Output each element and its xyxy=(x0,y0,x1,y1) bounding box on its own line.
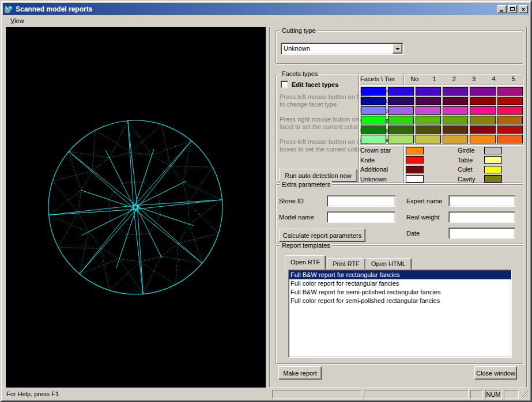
facet-color-cell[interactable] xyxy=(361,97,386,105)
facet-color-cell[interactable] xyxy=(443,106,468,115)
facet-color-cell[interactable] xyxy=(416,97,441,105)
report-tab-open-rtf[interactable]: Open RTF xyxy=(285,255,326,270)
facet-single-row: Additional xyxy=(360,165,424,175)
facet-color-swatch[interactable] xyxy=(406,156,424,164)
date-label: Date xyxy=(406,230,420,237)
tier-column-header: 5 xyxy=(504,75,523,82)
facet-color-cell[interactable] xyxy=(416,135,441,143)
model-canvas xyxy=(6,27,266,389)
facet-color-cell[interactable] xyxy=(443,97,468,105)
facet-color-cell[interactable] xyxy=(388,97,413,105)
report-template-item[interactable]: Full color report for rectangular fancie… xyxy=(289,279,511,288)
facet-color-cell[interactable] xyxy=(388,116,413,124)
facet-color-cell[interactable] xyxy=(361,87,386,96)
model-wireframe[interactable] xyxy=(6,27,266,389)
maximize-icon xyxy=(510,7,515,11)
facet-color-cell[interactable] xyxy=(361,106,386,115)
run-auto-detection-button[interactable]: Run auto detection now xyxy=(279,169,357,182)
dropdown-button[interactable] xyxy=(393,44,402,54)
facet-color-cell[interactable] xyxy=(388,106,413,115)
close-window-button[interactable]: Close window xyxy=(474,366,517,380)
facet-color-cell[interactable] xyxy=(470,126,495,134)
facet-color-swatch[interactable] xyxy=(406,166,424,173)
facet-color-swatch[interactable] xyxy=(484,156,502,164)
facet-color-cell[interactable] xyxy=(388,135,413,143)
facet-single-label: Table xyxy=(458,157,484,164)
maximize-button[interactable] xyxy=(508,5,517,13)
facet-single-label: Culet xyxy=(458,166,484,173)
facet-single-row: Crown star xyxy=(360,146,424,156)
facet-color-cell[interactable] xyxy=(361,135,386,143)
facet-singles-left: Crown starKnifeAdditionalUnknown xyxy=(360,146,424,184)
edit-facet-types-checkbox[interactable] xyxy=(281,81,288,88)
facet-color-swatch[interactable] xyxy=(484,147,502,154)
calculate-report-parameters-button[interactable]: Calculate report parameters xyxy=(279,229,365,242)
report-template-item[interactable]: Full B&W report for semi-polished rectan… xyxy=(289,288,511,297)
facet-color-cell[interactable] xyxy=(361,116,386,124)
facet-color-swatch[interactable] xyxy=(484,175,502,183)
panel-splitter[interactable] xyxy=(269,27,270,389)
facet-color-cell[interactable] xyxy=(497,106,523,115)
facet-color-cell[interactable] xyxy=(361,126,386,134)
make-report-button[interactable]: Make report xyxy=(278,366,322,380)
date-input[interactable] xyxy=(448,227,515,239)
facet-color-cell[interactable] xyxy=(416,106,441,115)
facet-single-row: Girdle xyxy=(458,146,502,156)
facet-single-label: Knife xyxy=(360,157,406,164)
facet-single-label: Unknown xyxy=(360,176,406,183)
report-template-item[interactable]: Full color report for semi-polished rect… xyxy=(289,297,511,305)
facet-color-cell[interactable] xyxy=(416,116,441,124)
facet-color-cell[interactable] xyxy=(470,135,495,143)
facets-types-legend: Facets types xyxy=(280,70,319,78)
expert-name-input[interactable] xyxy=(448,195,515,207)
facet-color-swatch[interactable] xyxy=(406,147,424,154)
status-pane-3 xyxy=(470,390,483,399)
table-corner-header: Facets \ Tier xyxy=(360,75,395,82)
gem-icon xyxy=(4,5,13,14)
facet-color-cell[interactable] xyxy=(497,135,523,143)
facet-color-cell[interactable] xyxy=(470,116,495,124)
minimize-button[interactable] xyxy=(497,5,507,13)
facet-single-row: Table xyxy=(458,156,502,165)
facet-single-row: Knife xyxy=(360,156,424,165)
status-pane-1 xyxy=(272,390,361,399)
facet-color-cell[interactable] xyxy=(416,126,441,134)
facet-color-cell[interactable] xyxy=(416,87,441,96)
chevron-down-icon xyxy=(395,48,400,52)
facet-color-cell[interactable] xyxy=(470,97,495,105)
facet-color-swatch[interactable] xyxy=(406,175,424,183)
facet-color-cell[interactable] xyxy=(497,87,523,96)
facet-color-cell[interactable] xyxy=(470,106,495,115)
resize-grip[interactable] xyxy=(520,390,529,399)
report-template-list[interactable]: Full B&W report for rectangular fanciesF… xyxy=(288,270,512,358)
cutting-type-select[interactable]: Unknown xyxy=(281,43,403,55)
tier-column-header: 1 xyxy=(424,75,444,82)
model-name-input[interactable] xyxy=(327,211,395,223)
facet-color-cell[interactable] xyxy=(497,116,523,124)
app-icon[interactable] xyxy=(4,5,13,14)
report-tab-open-html[interactable]: Open HTML xyxy=(365,258,412,270)
facet-color-cell[interactable] xyxy=(443,126,468,134)
facet-singles-right: GirdleTableCuletCavity xyxy=(458,146,502,184)
menu-item-view[interactable]: View xyxy=(7,16,28,25)
facet-color-cell[interactable] xyxy=(443,116,468,124)
facet-color-cell[interactable] xyxy=(388,87,413,96)
close-button[interactable]: × xyxy=(519,5,528,13)
facet-single-label: Girdle xyxy=(458,147,484,154)
window-title: Scanned model reports xyxy=(16,5,497,13)
facet-single-row: Culet xyxy=(458,165,502,175)
facet-color-swatch[interactable] xyxy=(484,166,502,173)
facet-color-cell[interactable] xyxy=(443,135,468,143)
expert-name-label: Expert name xyxy=(406,198,442,204)
real-weight-input[interactable] xyxy=(448,211,515,223)
facet-color-cell[interactable] xyxy=(497,126,523,134)
status-pane-num: NUM xyxy=(485,390,501,399)
tier-columns: No12345 xyxy=(405,75,523,82)
facet-color-cell[interactable] xyxy=(388,126,413,134)
facet-color-cell[interactable] xyxy=(470,87,495,96)
report-tab-print-rtf[interactable]: Print RTF xyxy=(327,258,365,270)
facet-color-cell[interactable] xyxy=(443,87,468,96)
report-template-item[interactable]: Full B&W report for rectangular fancies xyxy=(289,271,511,279)
facet-color-cell[interactable] xyxy=(497,97,523,105)
stone-id-input[interactable] xyxy=(327,195,395,207)
